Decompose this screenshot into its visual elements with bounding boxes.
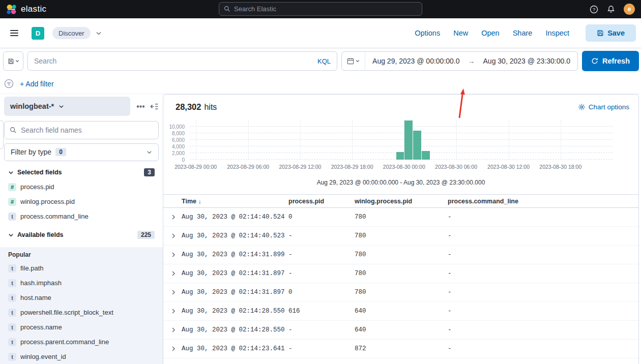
cell-time[interactable]: Aug 30, 2023 @ 02:14:40.524 (182, 214, 288, 221)
menu-icon[interactable] (7, 27, 21, 39)
chevron-right-icon (170, 289, 177, 295)
field-search-input[interactable] (21, 126, 153, 134)
field-item[interactable]: t hash.imphash (0, 276, 163, 290)
filter-by-type-button[interactable]: Filter by type 0 (4, 143, 159, 161)
field-item[interactable]: t powershell.file.script_block_text (0, 305, 163, 320)
cell-process-command-line[interactable]: - (448, 232, 638, 239)
field-item[interactable]: # process.pid (0, 179, 163, 194)
sort-descending-icon[interactable]: ↓ (198, 198, 201, 204)
nav-link[interactable]: Options (415, 29, 440, 37)
refresh-button[interactable]: Refresh (582, 51, 639, 71)
cell-process-command-line[interactable]: - (448, 326, 638, 333)
expand-row-button[interactable] (167, 286, 180, 298)
column-header-time[interactable]: Time↓ (182, 198, 288, 205)
field-search-box[interactable] (4, 121, 159, 139)
sidebar-collapse-handle[interactable] (0, 120, 4, 149)
cell-time[interactable]: Aug 30, 2023 @ 02:14:40.523 (182, 232, 288, 239)
cell-process-pid[interactable]: - (288, 270, 355, 277)
cell-process-command-line[interactable]: - (448, 270, 638, 277)
field-item[interactable]: t host.name (0, 290, 163, 305)
date-range-picker: Aug 29, 2023 @ 00:00:00.0 → Aug 30, 2023… (341, 51, 578, 71)
field-list-options-icon[interactable] (136, 102, 145, 111)
column-header-winlog-process-pid[interactable]: winlog.process.pid (355, 198, 448, 205)
breadcrumb[interactable]: Discover (52, 27, 91, 39)
query-input[interactable] (34, 57, 313, 65)
chevron-right-icon (170, 252, 177, 258)
field-item[interactable]: # winlog.process.pid (0, 194, 163, 209)
cell-winlog-process-pid[interactable]: 872 (355, 345, 448, 352)
cell-process-pid[interactable]: 0 (288, 214, 355, 221)
table-row: Aug 30, 2023 @ 02:14:31.897 - 780 - (163, 264, 638, 283)
add-filter-button[interactable]: + Add filter (20, 80, 54, 88)
cell-winlog-process-pid[interactable]: 780 (355, 289, 448, 296)
cell-process-pid[interactable]: - (288, 232, 355, 239)
field-item[interactable]: t process.command_line (0, 209, 163, 224)
collapse-field-list-icon[interactable] (150, 102, 159, 111)
expand-row-button[interactable] (167, 324, 180, 336)
user-avatar[interactable]: e (624, 4, 635, 15)
histogram-bar[interactable] (413, 131, 421, 160)
expand-row-button[interactable] (167, 305, 180, 317)
global-search[interactable] (219, 2, 422, 16)
expand-row-button[interactable] (167, 230, 180, 242)
cell-process-command-line[interactable]: - (448, 214, 638, 221)
expand-row-button[interactable] (167, 249, 180, 261)
query-input-box[interactable]: KQL (27, 51, 337, 71)
elastic-home-link[interactable]: elastic (6, 4, 46, 15)
cell-time[interactable]: Aug 30, 2023 @ 02:14:28.550 (182, 326, 288, 333)
histogram-bar[interactable] (404, 120, 413, 160)
help-icon[interactable]: ? (590, 5, 598, 14)
cell-winlog-process-pid[interactable]: 640 (355, 308, 448, 315)
chevron-down-icon[interactable] (96, 30, 102, 36)
cell-winlog-process-pid[interactable]: 780 (355, 232, 448, 239)
field-item[interactable]: t winlog.event_id (0, 349, 163, 364)
cell-process-pid[interactable]: - (288, 326, 355, 333)
nav-link[interactable]: Inspect (545, 29, 569, 37)
expand-row-button[interactable] (167, 211, 180, 223)
selected-fields-accordion[interactable]: Selected fields 3 (0, 161, 163, 179)
data-view-picker[interactable]: winlogbeat-* (4, 97, 130, 116)
expand-row-button[interactable] (167, 343, 180, 355)
space-badge[interactable]: D (32, 27, 44, 40)
nav-link[interactable]: Open (481, 29, 499, 37)
start-date-button[interactable]: Aug 29, 2023 @ 00:00:00.0 (365, 57, 467, 65)
cell-time[interactable]: Aug 30, 2023 @ 02:14:31.897 (182, 270, 288, 277)
expand-row-button[interactable] (167, 267, 180, 280)
cell-process-command-line[interactable]: - (448, 345, 638, 352)
global-search-input[interactable] (234, 5, 417, 13)
cell-winlog-process-pid[interactable]: 780 (355, 270, 448, 277)
date-quick-select-button[interactable] (342, 52, 365, 70)
nav-link[interactable]: New (453, 29, 468, 37)
field-item[interactable]: t file.path (0, 261, 163, 276)
filter-menu-icon[interactable] (4, 79, 14, 88)
cell-process-pid[interactable]: - (288, 345, 355, 352)
cell-winlog-process-pid[interactable]: 780 (355, 214, 448, 221)
field-item[interactable]: t process.name (0, 320, 163, 335)
saved-query-menu-button[interactable] (3, 51, 23, 71)
end-date-button[interactable]: Aug 30, 2023 @ 23:30:00.0 (476, 57, 577, 65)
cell-process-pid[interactable]: - (288, 251, 355, 258)
column-header-process-pid[interactable]: process.pid (288, 198, 355, 205)
cell-time[interactable]: Aug 30, 2023 @ 02:14:31.897 (182, 289, 288, 296)
cell-process-command-line[interactable]: - (448, 289, 638, 296)
histogram-bar[interactable] (422, 151, 430, 160)
available-fields-accordion[interactable]: Available fields 225 (0, 224, 163, 242)
chart-options-button[interactable]: Chart options (578, 103, 629, 111)
filter-by-type-count-badge: 0 (55, 148, 66, 156)
notifications-icon[interactable] (607, 5, 615, 13)
column-header-process-command-line[interactable]: process.command_line (448, 198, 638, 205)
cell-time[interactable]: Aug 30, 2023 @ 02:14:23.641 (182, 345, 288, 352)
cell-process-pid[interactable]: 0 (288, 289, 355, 296)
cell-time[interactable]: Aug 30, 2023 @ 02:14:28.550 (182, 308, 288, 315)
cell-process-command-line[interactable]: - (448, 251, 638, 258)
cell-process-command-line[interactable]: - (448, 308, 638, 315)
query-language-button[interactable]: KQL (317, 57, 331, 65)
save-button[interactable]: Save (586, 24, 636, 42)
nav-link[interactable]: Share (513, 29, 533, 37)
cell-winlog-process-pid[interactable]: 780 (355, 251, 448, 258)
cell-process-pid[interactable]: 616 (288, 308, 355, 315)
histogram-bar[interactable] (396, 152, 404, 160)
cell-winlog-process-pid[interactable]: 640 (355, 326, 448, 333)
field-item[interactable]: t process.parent.command_line (0, 335, 163, 349)
cell-time[interactable]: Aug 30, 2023 @ 02:14:31.899 (182, 251, 288, 258)
